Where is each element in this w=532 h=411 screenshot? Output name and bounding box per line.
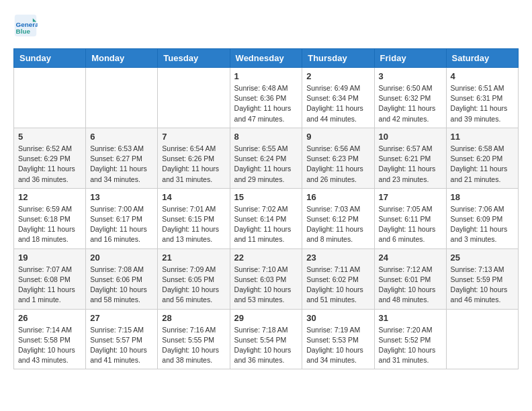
calendar-cell: 24Sunrise: 7:12 AM Sunset: 6:01 PM Dayli… (374, 248, 446, 309)
day-info: Sunrise: 7:08 AM Sunset: 6:06 PM Dayligh… (90, 265, 153, 306)
calendar-cell: 19Sunrise: 7:07 AM Sunset: 6:08 PM Dayli… (14, 248, 86, 309)
day-number: 3 (379, 71, 442, 81)
day-info: Sunrise: 6:53 AM Sunset: 6:27 PM Dayligh… (90, 144, 153, 185)
day-info: Sunrise: 7:10 AM Sunset: 6:03 PM Dayligh… (234, 265, 298, 306)
calendar-cell: 13Sunrise: 7:00 AM Sunset: 6:17 PM Dayli… (86, 188, 158, 248)
day-info: Sunrise: 6:51 AM Sunset: 6:31 PM Dayligh… (451, 83, 514, 124)
calendar-cell: 5Sunrise: 6:52 AM Sunset: 6:29 PM Daylig… (14, 128, 86, 188)
day-info: Sunrise: 6:58 AM Sunset: 6:20 PM Dayligh… (451, 144, 514, 185)
day-number: 18 (451, 192, 514, 202)
day-number: 15 (234, 192, 298, 202)
day-info: Sunrise: 7:03 AM Sunset: 6:12 PM Dayligh… (306, 204, 369, 245)
day-info: Sunrise: 6:54 AM Sunset: 6:26 PM Dayligh… (162, 144, 225, 185)
day-number: 16 (306, 192, 369, 202)
day-number: 13 (90, 192, 153, 202)
day-number: 10 (379, 132, 442, 142)
calendar-cell: 10Sunrise: 6:57 AM Sunset: 6:21 PM Dayli… (374, 128, 446, 188)
day-number: 5 (18, 132, 81, 142)
calendar-cell: 17Sunrise: 7:05 AM Sunset: 6:11 PM Dayli… (374, 188, 446, 248)
day-info: Sunrise: 6:56 AM Sunset: 6:23 PM Dayligh… (306, 144, 369, 185)
day-number: 2 (306, 71, 369, 81)
day-info: Sunrise: 7:06 AM Sunset: 6:09 PM Dayligh… (451, 204, 514, 245)
day-number: 14 (162, 192, 225, 202)
day-number: 6 (90, 132, 153, 142)
day-number: 17 (379, 192, 442, 202)
header-thursday: Thursday (302, 49, 374, 68)
day-info: Sunrise: 7:19 AM Sunset: 5:53 PM Dayligh… (306, 325, 369, 366)
calendar-cell: 25Sunrise: 7:13 AM Sunset: 5:59 PM Dayli… (446, 248, 518, 309)
calendar-cell: 31Sunrise: 7:20 AM Sunset: 5:52 PM Dayli… (374, 309, 446, 369)
day-number: 22 (234, 253, 298, 263)
calendar-cell: 4Sunrise: 6:51 AM Sunset: 6:31 PM Daylig… (446, 68, 518, 128)
svg-text:Blue: Blue (16, 28, 31, 35)
header-wednesday: Wednesday (230, 49, 302, 68)
calendar-cell: 14Sunrise: 7:01 AM Sunset: 6:15 PM Dayli… (158, 188, 230, 248)
calendar-week-row: 5Sunrise: 6:52 AM Sunset: 6:29 PM Daylig… (14, 128, 519, 188)
day-info: Sunrise: 7:00 AM Sunset: 6:17 PM Dayligh… (90, 204, 153, 245)
calendar-cell: 28Sunrise: 7:16 AM Sunset: 5:55 PM Dayli… (158, 309, 230, 369)
day-number: 4 (451, 71, 514, 81)
calendar-week-row: 19Sunrise: 7:07 AM Sunset: 6:08 PM Dayli… (14, 248, 519, 309)
calendar-cell: 11Sunrise: 6:58 AM Sunset: 6:20 PM Dayli… (446, 128, 518, 188)
calendar-cell: 1Sunrise: 6:48 AM Sunset: 6:36 PM Daylig… (230, 68, 302, 128)
day-number: 20 (90, 253, 153, 263)
calendar-cell: 16Sunrise: 7:03 AM Sunset: 6:12 PM Dayli… (302, 188, 374, 248)
calendar-cell: 12Sunrise: 6:59 AM Sunset: 6:18 PM Dayli… (14, 188, 86, 248)
day-number: 1 (234, 71, 298, 81)
day-number: 8 (234, 132, 298, 142)
day-info: Sunrise: 7:15 AM Sunset: 5:57 PM Dayligh… (90, 325, 153, 366)
header-tuesday: Tuesday (158, 49, 230, 68)
day-info: Sunrise: 6:49 AM Sunset: 6:34 PM Dayligh… (306, 83, 369, 124)
calendar-cell: 29Sunrise: 7:18 AM Sunset: 5:54 PM Dayli… (230, 309, 302, 369)
day-number: 21 (162, 253, 225, 263)
day-number: 28 (162, 313, 225, 323)
header-monday: Monday (86, 49, 158, 68)
calendar-header-row: SundayMondayTuesdayWednesdayThursdayFrid… (14, 49, 519, 68)
calendar-cell: 20Sunrise: 7:08 AM Sunset: 6:06 PM Dayli… (86, 248, 158, 309)
calendar-cell: 9Sunrise: 6:56 AM Sunset: 6:23 PM Daylig… (302, 128, 374, 188)
day-info: Sunrise: 6:57 AM Sunset: 6:21 PM Dayligh… (379, 144, 442, 185)
calendar-cell: 18Sunrise: 7:06 AM Sunset: 6:09 PM Dayli… (446, 188, 518, 248)
day-info: Sunrise: 7:09 AM Sunset: 6:05 PM Dayligh… (162, 265, 225, 306)
calendar-cell: 30Sunrise: 7:19 AM Sunset: 5:53 PM Dayli… (302, 309, 374, 369)
day-info: Sunrise: 7:02 AM Sunset: 6:14 PM Dayligh… (234, 204, 298, 245)
calendar-cell (446, 309, 518, 369)
day-number: 12 (18, 192, 81, 202)
calendar-week-row: 26Sunrise: 7:14 AM Sunset: 5:58 PM Dayli… (14, 309, 519, 369)
day-number: 7 (162, 132, 225, 142)
day-info: Sunrise: 7:14 AM Sunset: 5:58 PM Dayligh… (18, 325, 81, 366)
day-info: Sunrise: 7:18 AM Sunset: 5:54 PM Dayligh… (234, 325, 298, 366)
day-info: Sunrise: 7:16 AM Sunset: 5:55 PM Dayligh… (162, 325, 225, 366)
day-number: 25 (451, 253, 514, 263)
day-number: 19 (18, 253, 81, 263)
day-info: Sunrise: 7:11 AM Sunset: 6:02 PM Dayligh… (306, 265, 369, 306)
day-number: 23 (306, 253, 369, 263)
header-saturday: Saturday (446, 49, 518, 68)
day-info: Sunrise: 7:12 AM Sunset: 6:01 PM Dayligh… (379, 265, 442, 306)
day-info: Sunrise: 7:07 AM Sunset: 6:08 PM Dayligh… (18, 265, 81, 306)
day-info: Sunrise: 6:52 AM Sunset: 6:29 PM Dayligh… (18, 144, 81, 185)
day-info: Sunrise: 6:55 AM Sunset: 6:24 PM Dayligh… (234, 144, 298, 185)
day-info: Sunrise: 7:01 AM Sunset: 6:15 PM Dayligh… (162, 204, 225, 245)
day-number: 9 (306, 132, 369, 142)
calendar-cell (158, 68, 230, 128)
day-number: 27 (90, 313, 153, 323)
day-number: 31 (379, 313, 442, 323)
logo: General Blue (13, 13, 40, 38)
day-number: 30 (306, 313, 369, 323)
day-info: Sunrise: 7:05 AM Sunset: 6:11 PM Dayligh… (379, 204, 442, 245)
calendar-cell: 22Sunrise: 7:10 AM Sunset: 6:03 PM Dayli… (230, 248, 302, 309)
header-friday: Friday (374, 49, 446, 68)
day-number: 29 (234, 313, 298, 323)
calendar-week-row: 12Sunrise: 6:59 AM Sunset: 6:18 PM Dayli… (14, 188, 519, 248)
day-info: Sunrise: 6:59 AM Sunset: 6:18 PM Dayligh… (18, 204, 81, 245)
calendar-cell: 6Sunrise: 6:53 AM Sunset: 6:27 PM Daylig… (86, 128, 158, 188)
page-header: General Blue (13, 13, 519, 38)
day-number: 24 (379, 253, 442, 263)
calendar-cell: 7Sunrise: 6:54 AM Sunset: 6:26 PM Daylig… (158, 128, 230, 188)
day-number: 11 (451, 132, 514, 142)
logo-icon: General Blue (13, 13, 38, 38)
calendar-cell: 8Sunrise: 6:55 AM Sunset: 6:24 PM Daylig… (230, 128, 302, 188)
calendar-cell (86, 68, 158, 128)
day-info: Sunrise: 7:20 AM Sunset: 5:52 PM Dayligh… (379, 325, 442, 366)
